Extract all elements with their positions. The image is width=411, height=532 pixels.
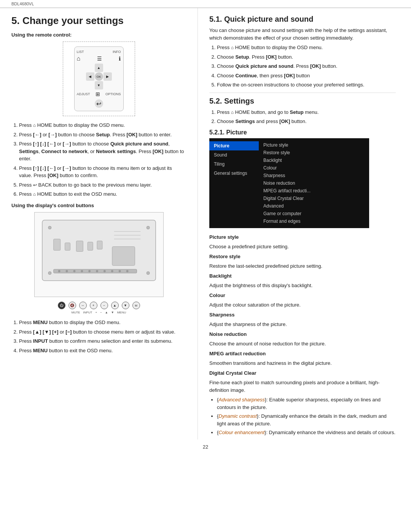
down-button[interactable]: ▼ (122, 302, 129, 309)
display-step-4: Press MENU button to exit the OSD menu. (19, 347, 186, 355)
svg-point-17 (73, 270, 75, 272)
list-label: LIST (77, 50, 84, 54)
svg-point-3 (48, 272, 51, 275)
dpad: ▲ ◀ OK ▶ ▼ (86, 64, 112, 89)
svg-point-18 (81, 270, 83, 272)
desc-colour-title: Colour (209, 292, 225, 298)
osd-right-digital-crystal: Digital Crystal Clear (263, 195, 365, 202)
svg-point-15 (58, 270, 60, 272)
home-icon-52: ⌂ (231, 110, 234, 115)
home-icon-inline: ⌂ (33, 123, 36, 128)
remote-step-1: Press ⌂ HOME button to display the OSD m… (19, 121, 186, 129)
osd-menu-box: Picture Sound Tiling General settings Pi… (209, 138, 369, 228)
osd-item-tiling[interactable]: Tiling (209, 160, 259, 169)
section-51-steps: Press ⌂ HOME button to display the OSD m… (217, 44, 396, 89)
svg-point-19 (88, 270, 91, 272)
bottom-nav-labels: MUTE INPUT + − ▲ ▼ MENU (11, 311, 186, 314)
osd-left-panel: Picture Sound Tiling General settings (209, 138, 259, 228)
desc-backlight-title: Backlight (209, 273, 232, 279)
osd-right-game-computer: Game or computer (263, 210, 365, 217)
desc-colour-text: Adjust the colour saturation of the pict… (209, 301, 396, 309)
desc-sharpness: Sharpness Adjust the sharpness of the pi… (209, 311, 396, 328)
up-button[interactable]: ▲ (111, 302, 119, 309)
divider-1 (209, 93, 396, 93)
section-52-title: 5.2. Settings (209, 97, 396, 105)
osd-item-sound[interactable]: Sound (209, 150, 259, 160)
remote-step-5: Press ↩ BACK button to go back to the pr… (19, 181, 186, 189)
plus-label: + (95, 311, 97, 314)
svg-rect-7 (76, 241, 83, 251)
descriptions-block: Picture style Choose a predefined pictur… (209, 233, 396, 436)
mute-button[interactable]: 🔇 (68, 302, 76, 309)
plus-button[interactable]: + (90, 302, 97, 309)
dpad-up[interactable]: ▲ (95, 64, 103, 72)
display-steps-list: Press MENU button to display the OSD men… (19, 319, 186, 354)
svg-point-23 (118, 270, 121, 272)
dpad-right[interactable]: ▶ (104, 72, 112, 81)
remote-step-4: Press [↑] [↓] [←] or [→] button to choos… (19, 165, 186, 179)
step-51-2: Choose Setup. Press [OK] button. (217, 53, 396, 61)
desc-noise-reduction-text: Choose the amount of noise reduction for… (209, 340, 396, 348)
remote-steps-list: Press ⌂ HOME button to display the OSD m… (19, 121, 186, 198)
svg-rect-9 (97, 241, 102, 249)
section-51-intro: You can choose picture and sound setting… (209, 27, 396, 42)
step-52-1: Press ⌂ HOME button, and go to Setup men… (217, 109, 396, 116)
desc-colour: Colour Adjust the colour saturation of t… (209, 292, 396, 309)
input-label: INPUT (83, 311, 92, 314)
osd-item-general[interactable]: General settings (209, 169, 259, 178)
dpad-empty-br (104, 81, 112, 89)
display-section-label: Using the display's control buttons (11, 203, 186, 208)
osd-right-colour: Colour (263, 164, 365, 172)
power-button[interactable]: ⏻ (58, 302, 65, 309)
desc-mpeg: MPEG artifact reduction Smoothen transit… (209, 350, 396, 367)
input-button[interactable]: ↔ (79, 302, 87, 309)
digital-crystal-bullets: {Advanced sharpness}: Enable superior sh… (217, 396, 396, 436)
page-number: 22 (0, 439, 411, 454)
osd-right-sharpness: Sharpness (263, 172, 365, 179)
display-back-illustration (34, 212, 164, 297)
osd-right-mpeg: MPEG artifact reducti... (263, 187, 365, 195)
adjust-label: ADJUST (77, 92, 90, 96)
display-svg (38, 216, 159, 292)
svg-point-22 (111, 270, 113, 272)
svg-point-20 (96, 270, 98, 272)
mute-label: MUTE (72, 311, 80, 314)
remote-inner: LIST INFO ⌂ ☰ ℹ ▲ ◀ OK (74, 46, 124, 111)
desc-picture-style-title: Picture style (209, 234, 239, 240)
minus-button[interactable]: − (100, 302, 108, 309)
back-icon-inline: ↩ (33, 182, 37, 188)
dpad-ok[interactable]: OK (95, 72, 103, 81)
bullet-dynamic-contrast: {Dynamic contrast}: Dynamically enhance … (217, 412, 396, 427)
options-label: OPTIONS (105, 92, 121, 96)
section-51-title: 5.1. Quick picture and sound (209, 15, 396, 24)
home-icon: ⌂ (77, 55, 81, 62)
dpad-left[interactable]: ◀ (86, 72, 94, 81)
desc-mpeg-title: MPEG artifact reduction (209, 351, 266, 356)
osd-right-advanced: Advanced (263, 202, 365, 210)
desc-restore-style-title: Restore style (209, 254, 241, 259)
desc-digital-crystal-text: Fine-tune each pixel to match surroundin… (209, 379, 396, 394)
remote-section-label: Using the remote control: (11, 32, 186, 38)
up-label: ▲ (105, 311, 108, 314)
dpad-empty-bl (86, 81, 94, 89)
desc-mpeg-text: Smoothen transitions and haziness in the… (209, 359, 396, 367)
menu-label-bottom: MENU (117, 311, 126, 314)
remote-icon-row-bottom: ADJUST ⊞ OPTIONS (77, 91, 121, 97)
svg-rect-6 (65, 243, 70, 250)
home-icon-51: ⌂ (231, 45, 234, 50)
desc-sharpness-text: Adjust the sharpness of the picture. (209, 321, 396, 328)
display-step-2: Press [▲] [▼] [+] or [−] button to choos… (19, 328, 186, 336)
desc-digital-crystal: Digital Crystal Clear Fine-tune each pix… (209, 369, 396, 436)
menu-icon: ☰ (97, 56, 102, 62)
svg-rect-13 (112, 246, 135, 265)
remote-icon-row-top: ⌂ ☰ ℹ (77, 55, 121, 62)
left-column: 5. Change your settings Using the remote… (11, 8, 198, 439)
grid-icon: ⊞ (96, 91, 100, 97)
osd-item-picture[interactable]: Picture (209, 141, 259, 150)
dpad-down[interactable]: ▼ (95, 81, 103, 89)
info-label: INFO (113, 50, 121, 54)
display-step-3: Press INPUT button to confirm menu selec… (19, 337, 186, 345)
menu-button-ctrl[interactable]: M (132, 302, 140, 309)
info-icon: ℹ (119, 56, 121, 62)
remote-step-6: Press ⌂ HOME button to exit the OSD menu… (19, 190, 186, 198)
